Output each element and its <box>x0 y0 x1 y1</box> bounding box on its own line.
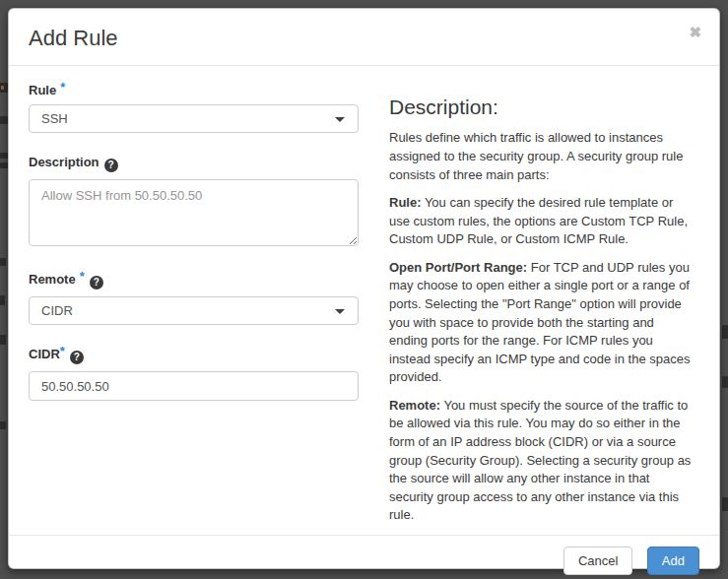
description-label: Description? <box>29 155 359 172</box>
rule-label-text: Rule <box>29 83 56 97</box>
help-text: For TCP and UDP rules you may choose to … <box>389 260 690 384</box>
backdrop-artifact <box>0 258 6 266</box>
remote-select-value: CIDR <box>41 303 73 318</box>
rule-select[interactable]: SSH <box>29 104 359 133</box>
description-label-text: Description <box>29 155 99 169</box>
backdrop-artifact <box>1 86 4 90</box>
remote-select[interactable]: CIDR <box>29 296 359 325</box>
cidr-label: CIDR*? <box>29 347 359 364</box>
required-asterisk: * <box>80 269 85 284</box>
backdrop-artifact <box>0 162 8 168</box>
caret-down-icon <box>335 309 345 314</box>
description-form-group: Description? <box>29 155 359 250</box>
help-paragraph: Rules define which traffic is allowed to… <box>389 129 694 184</box>
remote-label: Remote*? <box>29 272 359 290</box>
rule-label: Rule* <box>29 83 359 97</box>
help-paragraph: Remote: You must specify the source of t… <box>389 397 694 525</box>
dialog-header: Add Rule ✖ <box>9 9 719 66</box>
backdrop-artifact <box>722 376 728 388</box>
help-text: Rules define which traffic is allowed to… <box>389 130 683 181</box>
required-asterisk: * <box>60 80 65 95</box>
rule-form-group: Rule* SSH <box>29 83 359 133</box>
backdrop-artifact <box>0 335 6 345</box>
caret-down-icon <box>335 117 345 122</box>
remote-label-text: Remote <box>29 272 76 287</box>
help-text: You can specify the desired rule templat… <box>389 195 688 246</box>
help-lead: Rule: <box>389 195 422 210</box>
cancel-button[interactable]: Cancel <box>563 547 632 575</box>
help-column: Description: Rules define which traffic … <box>389 83 699 535</box>
help-paragraph: Open Port/Port Range: For TCP and UDP ru… <box>389 259 694 387</box>
help-icon: ? <box>70 351 84 364</box>
cidr-form-group: CIDR*? <box>29 347 359 401</box>
backdrop-artifact <box>722 325 728 339</box>
dialog-footer: Cancel Add <box>9 535 719 579</box>
required-asterisk: * <box>60 344 65 358</box>
dialog-title: Add Rule <box>29 26 699 51</box>
backdrop-artifact <box>0 295 5 305</box>
backdrop-artifact <box>722 497 728 511</box>
cidr-input[interactable] <box>29 371 359 401</box>
help-lead: Remote: <box>389 398 440 413</box>
rule-select-value: SSH <box>41 111 68 126</box>
help-text: You must specify the source of the traff… <box>389 398 691 522</box>
help-paragraph: Rule: You can specify the desired rule t… <box>389 194 694 249</box>
description-textarea[interactable] <box>29 179 359 246</box>
help-icon: ? <box>104 159 118 172</box>
form-column: Rule* SSH Description? Remote*? CIDR CID… <box>29 83 359 535</box>
help-icon: ? <box>90 276 103 290</box>
help-heading: Description: <box>389 96 694 119</box>
close-icon[interactable]: ✖ <box>689 25 701 39</box>
remote-form-group: Remote*? CIDR <box>29 272 359 325</box>
backdrop-artifact <box>0 116 8 124</box>
add-button[interactable]: Add <box>647 547 699 575</box>
dialog-body: Rule* SSH Description? Remote*? CIDR CID… <box>9 66 719 535</box>
add-rule-dialog: Add Rule ✖ Rule* SSH Description? Remote… <box>8 8 720 569</box>
help-lead: Open Port/Port Range: <box>389 260 527 275</box>
backdrop-artifact <box>0 153 8 159</box>
backdrop-artifact <box>0 421 6 429</box>
cidr-label-text: CIDR <box>29 347 60 361</box>
